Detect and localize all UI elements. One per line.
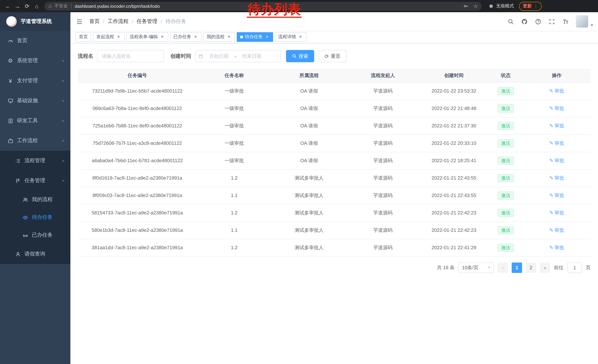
approve-link[interactable]: ✎审批 xyxy=(549,105,564,112)
column-header-task-name: 任务名称 xyxy=(197,69,272,82)
approve-link[interactable]: ✎审批 xyxy=(549,140,564,146)
sidebar-item-todo-tasks[interactable]: 待办任务 xyxy=(0,209,70,226)
approve-link[interactable]: ✎审批 xyxy=(549,175,564,181)
table-row: 73211d9d-7b9b-11ec-b5b7-acde48001122 一级审… xyxy=(78,82,590,100)
reset-button[interactable]: ⟳ 重置 xyxy=(319,50,346,62)
sidebar-item-label: 工作流程 xyxy=(17,138,57,144)
search-button[interactable]: 搜索 xyxy=(286,50,314,62)
navbar-tools: ▾ xyxy=(507,15,598,28)
address-bar[interactable]: ⚠ 不安全 dashboard.yudao.iocoder.cn/bpm/tas… xyxy=(44,2,482,11)
user-avatar[interactable] xyxy=(576,15,588,28)
sidebar-item-system-mgmt[interactable]: ⚙ 系统管理 xyxy=(0,51,70,71)
approve-link[interactable]: ✎审批 xyxy=(549,244,564,251)
home-icon[interactable]: ⌂ xyxy=(32,1,42,11)
sidebar-item-label: 请假查询 xyxy=(25,251,65,257)
approve-link[interactable]: ✎审批 xyxy=(549,157,564,164)
search-icon[interactable] xyxy=(507,18,515,25)
sidebar-item-dev-tools[interactable]: 研发工具 xyxy=(0,111,70,131)
date-range-picker[interactable]: - xyxy=(195,50,281,62)
chevron-down-icon xyxy=(61,159,65,163)
prev-page-button[interactable]: ‹ xyxy=(498,262,508,273)
password-key-icon[interactable] xyxy=(463,3,469,9)
cell-process: 测试多审批人 xyxy=(272,221,346,239)
sidebar-item-label: 已办任务 xyxy=(32,232,65,238)
start-date-input[interactable] xyxy=(205,53,233,59)
edit-icon: ✎ xyxy=(549,140,553,146)
tab-process-form-edit[interactable]: 流程表单-编辑 × xyxy=(126,32,168,42)
next-page-button[interactable]: › xyxy=(540,262,550,273)
edit-icon: ✎ xyxy=(549,123,553,129)
sidebar-item-label: 系统管理 xyxy=(17,57,57,64)
help-icon[interactable] xyxy=(535,18,542,25)
reload-icon[interactable]: ⟳ xyxy=(22,1,32,11)
sidebar-item-leave-query[interactable]: 请假查询 xyxy=(0,244,70,264)
sidebar-item-infrastructure[interactable]: 基础设施 xyxy=(0,91,70,111)
breadcrumb-item-home[interactable]: 首页 xyxy=(89,18,100,25)
cell-task-id: 73211d9d-7b9b-11ec-b5b7-acde48001122 xyxy=(78,82,197,100)
close-icon[interactable]: × xyxy=(116,34,121,40)
close-icon[interactable]: × xyxy=(298,34,303,40)
tab-done-tasks[interactable]: 已办任务 × xyxy=(170,32,201,42)
cell-task-name: 1.2 xyxy=(197,169,272,187)
sidebar-item-home[interactable]: 首页 xyxy=(0,31,70,51)
sidebar-item-task-mgmt[interactable]: 任务管理 xyxy=(0,171,70,191)
browser-toolbar: ← → ⟳ ⌂ ⚠ 不安全 dashboard.yudao.iocoder.cn… xyxy=(0,0,598,12)
sidebar-item-done-tasks[interactable]: 已办任务 xyxy=(0,226,70,244)
goto-page-input[interactable] xyxy=(567,262,582,273)
status-badge: 激活 xyxy=(498,156,514,165)
cell-process: 测试多审批人 xyxy=(272,169,346,187)
close-icon[interactable]: × xyxy=(226,34,232,40)
approve-link[interactable]: ✎审批 xyxy=(549,192,564,199)
breadcrumb-item-workflow[interactable]: 工作流程 xyxy=(108,18,129,25)
bookmark-star-icon[interactable]: ☆ xyxy=(473,3,478,9)
tab-start-process[interactable]: 发起流程 × xyxy=(93,32,125,42)
fullscreen-icon[interactable] xyxy=(548,18,556,25)
approve-link[interactable]: ✎审批 xyxy=(549,88,564,94)
main-area: 首页 / 工作流程 / 任务管理 / 待办任务 ▾ 首页 xyxy=(70,12,598,364)
tab-my-process[interactable]: 我的流程 × xyxy=(203,32,235,42)
font-size-icon[interactable] xyxy=(562,18,569,25)
cell-task-name: 一级审批 xyxy=(197,152,272,169)
github-icon[interactable] xyxy=(521,18,528,25)
end-date-input[interactable] xyxy=(238,53,266,59)
calendar-icon xyxy=(198,54,203,59)
status-badge: 激活 xyxy=(498,243,514,252)
approve-link[interactable]: ✎审批 xyxy=(549,209,564,216)
security-label[interactable]: 不安全 xyxy=(54,3,68,9)
tab-home[interactable]: 首页 xyxy=(75,32,91,42)
update-menu-button[interactable]: 更新 ⋮ xyxy=(519,2,542,11)
sidebar-item-workflow[interactable]: 工作流程 xyxy=(0,131,70,151)
sidebar-item-payment-mgmt[interactable]: ¥ 支付管理 xyxy=(0,71,70,91)
status-badge: 激活 xyxy=(498,122,514,130)
page-button-2[interactable]: 2 xyxy=(526,262,536,273)
sidebar-item-label: 基础设施 xyxy=(17,97,57,104)
cell-created: 2022-01-21 22:42:23 xyxy=(419,221,489,239)
screen: ← → ⟳ ⌂ ⚠ 不安全 dashboard.yudao.iocoder.cn… xyxy=(0,0,598,364)
people-icon xyxy=(22,197,28,202)
page-button-1[interactable]: 1 xyxy=(512,262,522,273)
sidebar-item-my-process[interactable]: 我的流程 xyxy=(0,191,70,209)
back-icon[interactable]: ← xyxy=(3,1,13,11)
close-icon[interactable]: × xyxy=(193,34,198,40)
close-icon[interactable]: × xyxy=(265,34,270,40)
tab-process-detail[interactable]: 流程详情 × xyxy=(275,32,307,42)
forward-icon[interactable]: → xyxy=(13,1,22,11)
list-icon xyxy=(15,158,21,164)
flag-icon xyxy=(15,178,21,184)
sidebar-collapse-icon[interactable] xyxy=(70,18,89,25)
process-name-input[interactable] xyxy=(97,50,164,62)
caret-down-icon[interactable]: ▾ xyxy=(591,23,593,28)
cell-task-name: 1.1 xyxy=(197,187,272,204)
clipboard-icon xyxy=(8,118,13,124)
breadcrumb-item-task-mgmt[interactable]: 任务管理 xyxy=(137,18,158,25)
tab-todo-tasks[interactable]: 待办任务 × xyxy=(237,32,273,42)
close-icon[interactable]: × xyxy=(160,34,165,40)
url-text[interactable]: dashboard.yudao.iocoder.cn/bpm/task/todo xyxy=(75,4,160,9)
breadcrumb-separator: / xyxy=(103,18,105,24)
approve-link[interactable]: ✎审批 xyxy=(549,227,564,234)
sidebar-item-process-mgmt[interactable]: 流程管理 xyxy=(0,151,70,171)
page-size-select[interactable]: 10条/页 ▾ xyxy=(458,262,494,273)
approve-link[interactable]: ✎审批 xyxy=(549,122,564,129)
incognito-icon xyxy=(488,3,494,9)
status-badge: 激活 xyxy=(498,104,514,112)
